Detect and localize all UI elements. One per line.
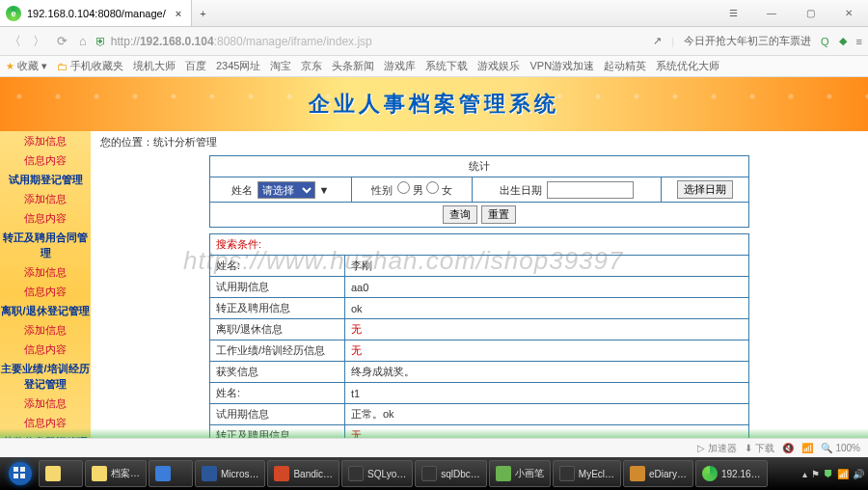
taskbar-item[interactable]: 档案… [85,460,147,487]
bookmark-link[interactable]: 淘宝 [270,59,291,73]
app-icon [348,466,364,481]
sidebar-item[interactable]: 添加信息 [0,131,91,150]
taskbar-item[interactable]: Bandic… [267,460,339,487]
tray-up-icon[interactable]: ▴ [802,469,807,479]
nav-reload-icon[interactable]: ⟳ [54,34,70,48]
sidebar-item[interactable]: 信息内容 [0,282,91,301]
sidebar-item[interactable]: 添加信息 [0,320,91,340]
svg-rect-1 [14,467,18,472]
status-net-icon[interactable]: 📶 [801,443,813,453]
taskbar-item[interactable]: eDiary… [623,460,693,487]
sidebar-header[interactable]: 转正及聘用合同管理 [0,228,91,262]
browser-tab[interactable]: 192.168.0.104:8080/manage/ × [0,0,192,26]
bookmark-link[interactable]: 游戏库 [384,59,416,73]
sidebar-header[interactable]: 主要业绩/培训经历登记管理 [0,359,91,394]
tab-close-icon[interactable]: × [176,8,181,19]
bookmark-link[interactable]: 2345网址 [216,59,260,73]
status-download-icon[interactable]: ⬇ 下载 [745,442,774,455]
sidebar-item[interactable]: 信息内容 [0,150,91,170]
star-icon: ★ [6,61,14,71]
bookmark-link[interactable]: 京东 [301,59,322,73]
tray-vol-icon[interactable]: 🔊 [853,469,864,479]
window-maximize-icon[interactable]: ▢ [791,0,829,27]
bookmark-link[interactable]: 境机大师 [133,59,176,73]
start-button[interactable] [4,457,37,490]
nav-home-icon[interactable]: ⌂ [76,34,90,48]
taskbar-item[interactable]: SQLyo… [341,460,413,487]
svg-rect-3 [14,474,18,478]
search-icon[interactable]: Q [821,36,829,47]
window-minimize-icon[interactable]: — [752,0,791,27]
sidebar-item[interactable]: 添加信息 [0,262,91,282]
tray-shield-icon[interactable]: ⛊ [824,469,833,479]
bookmark-link[interactable]: 系统下载 [425,59,468,73]
reset-button[interactable] [481,205,516,224]
taskbar-item[interactable]: MyEcl… [553,460,621,487]
sidebar-item[interactable]: 信息内容 [0,208,91,228]
promo-text[interactable]: 今日开抢大年初三的车票进 [684,34,811,48]
app-banner: 企业人事档案管理系统 [0,77,868,131]
tray-flag-icon[interactable]: ⚑ [811,469,820,479]
pick-date-button[interactable] [677,180,733,199]
result-label: 姓名: [210,383,345,404]
sidebar-header[interactable]: 试用期登记管理 [0,170,91,189]
bookmark-link[interactable]: 系统优化大师 [656,59,719,73]
table-row: 试用期信息aa0 [210,277,749,298]
app-icon [421,466,437,481]
search-button[interactable] [443,205,477,224]
name-select[interactable]: 请选择 [258,181,315,199]
window-menu-icon[interactable]: ☰ [714,0,752,27]
bookmark-link[interactable]: VPN游戏加速 [529,59,594,73]
sex-label: 性别 [371,184,393,196]
url-box[interactable]: ⛨ http://192.168.0.104:8080/manage/ifram… [95,35,501,48]
sidebar-item[interactable]: 添加信息 [0,189,91,208]
window-close-icon[interactable]: ✕ [829,0,868,27]
browser-logo-icon [6,6,21,21]
dropdown-icon[interactable]: ▼ [318,184,329,196]
browser-titlebar: 192.168.0.104:8080/manage/ × + ☰ — ▢ ✕ [0,0,868,27]
bookmarks-bar: ★收藏 ▾ 🗀手机收藏夹 境机大师 百度 2345网址 淘宝 京东 头条新闻 游… [0,56,868,77]
taskbar-item[interactable] [39,460,83,487]
table-row: 转正及聘用信息ok [210,298,749,319]
nav-back-icon[interactable]: 〈 [6,33,24,50]
result-label: 转正及聘用信息 [210,298,345,319]
taskbar-item[interactable]: sqlDbc… [415,460,487,487]
app-icon [202,466,217,481]
new-tab-button[interactable]: + [192,8,213,19]
status-accel[interactable]: ▷ 加速器 [697,442,737,455]
app-icon [559,466,575,481]
status-zoom[interactable]: 🔍 100% [821,443,860,453]
result-value: 终身成就奖。 [345,362,749,383]
taskbar-item[interactable]: Micros… [195,460,265,487]
taskbar: 档案…Micros…Bandic…SQLyo…sqlDbc…小画笔MyEcl…e… [0,457,868,490]
sidebar-item[interactable]: 信息内容 [0,340,91,359]
stat-title: 统计 [210,156,749,177]
fav-button[interactable]: ★收藏 ▾ [6,59,47,73]
taskbar-item[interactable]: 192.16… [695,460,768,487]
taskbar-item[interactable] [149,460,193,487]
sex-female-radio[interactable] [426,181,439,194]
sex-male-radio[interactable] [397,181,410,194]
result-label: 试用期信息 [210,277,345,298]
dob-label: 出生日期 [500,184,542,196]
share-icon[interactable]: ↗ [653,35,662,47]
dob-input[interactable] [547,181,634,199]
result-value: aa0 [345,277,749,298]
bookmark-link[interactable]: 百度 [185,59,206,73]
stat-query-table: 统计 姓名 请选择 ▼ 性别 男 女 出生日期 [209,155,749,228]
bookmark-folder[interactable]: 🗀手机收藏夹 [57,59,123,73]
nav-forward-icon[interactable]: 〉 [30,33,48,50]
menu-icon[interactable]: ≡ [856,36,862,47]
sidebar-header[interactable]: 离职/退休登记管理 [0,301,91,320]
bookmark-link[interactable]: 游戏娱乐 [477,59,520,73]
sidebar-item[interactable]: 添加信息 [0,394,91,413]
sidebar-item[interactable]: 信息内容 [0,413,91,432]
status-mute-icon[interactable]: 🔇 [782,443,794,453]
table-row: 姓名:t1 [210,383,749,404]
taskbar-item[interactable]: 小画笔 [489,460,551,487]
table-row: 工作业绩/培训经历信息无 [210,340,749,362]
extension-icon[interactable]: ◆ [839,35,847,47]
bookmark-link[interactable]: 头条新闻 [332,59,374,73]
bookmark-link[interactable]: 起动精英 [604,59,646,73]
tray-net-icon[interactable]: 📶 [837,469,849,479]
